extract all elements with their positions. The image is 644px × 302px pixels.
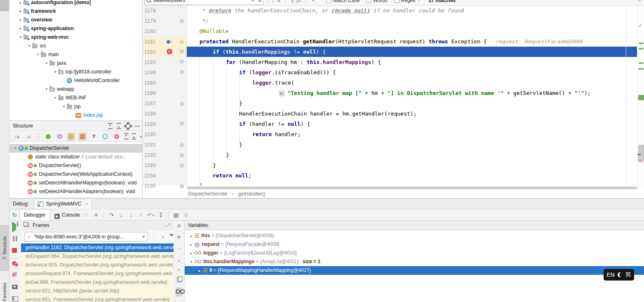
variable-row[interactable]: ▸this = {DispatcherServlet@4008} — [185, 231, 644, 240]
variable-row[interactable]: ▾this.handlerMappings = {ArrayList@4011}… — [185, 257, 644, 266]
vertical-scrollbar-thumb[interactable] — [638, 145, 644, 160]
code-line[interactable]: o:"Testing handler map [" + hm + "] in D… — [187, 88, 637, 98]
hide-frames-filter-icon[interactable] — [169, 234, 174, 238]
code-area[interactable]: * @return the handlerExecutionChain, or … — [187, 5, 637, 186]
fold-marker-icon[interactable] — [180, 70, 184, 75]
search-input[interactable]: viewResolvers ↵ ⊗ — [144, 0, 264, 5]
structure-item[interactable]: =static class initializer // Load defaul… — [9, 153, 142, 161]
code-line[interactable]: @Nullable — [187, 26, 637, 36]
ime-indicator[interactable]: EN 简 — [604, 269, 634, 281]
code-line[interactable]: logger.trace( — [187, 78, 637, 88]
gutter-cell[interactable]: 1193 — [143, 160, 187, 170]
code-line[interactable]: } — [187, 98, 637, 109]
gutter-cell[interactable]: 1189 — [143, 119, 187, 129]
show-watches-icon[interactable] — [176, 288, 182, 297]
fold-marker-icon[interactable] — [180, 184, 184, 188]
gutter-cell[interactable]: 1192 — [143, 150, 187, 160]
variables-menu-icon[interactable]: ≡ — [176, 222, 182, 229]
stack-frame[interactable]: service:851, FrameworkServlet (org.sprin… — [21, 295, 174, 302]
horizontal-scrollbar[interactable] — [187, 186, 637, 190]
pin-icon[interactable]: →* — [163, 221, 170, 230]
project-tree-item[interactable]: CHelloWorldController — [9, 76, 142, 85]
prev-frame-icon[interactable]: ↑ — [153, 233, 156, 239]
stack-frame[interactable]: doGet:866, FrameworkServlet (org.springf… — [21, 278, 174, 287]
expand-all-icon[interactable] — [108, 123, 113, 129]
structure-item[interactable]: mDispatcherServlet(WebApplicationContext… — [9, 170, 142, 179]
search-filter-icon[interactable] — [311, 0, 315, 3]
prev-occurrence-icon[interactable]: ↑ — [266, 0, 269, 3]
code-line[interactable]: for (HandlerMapping hm : this.handlerMap… — [187, 57, 637, 67]
fold-marker-icon[interactable] — [180, 122, 184, 126]
close-search-icon[interactable]: × — [638, 0, 641, 3]
override-marker-icon[interactable] — [167, 38, 170, 44]
restore-layout-icon[interactable] — [12, 295, 19, 302]
show-non-public-icon[interactable]: 🔒 — [78, 132, 87, 141]
code-line[interactable]: return null; — [187, 170, 637, 181]
stripe-mark[interactable] — [639, 62, 644, 64]
stack-frame[interactable]: getHandler:1182, DispatcherServlet (org.… — [21, 243, 174, 252]
search-option[interactable]: Regex — [394, 0, 416, 3]
gear-icon[interactable] — [125, 123, 131, 129]
duplicate-watch-icon[interactable] — [176, 277, 182, 283]
gutter-cell[interactable]: 1194 — [143, 170, 187, 181]
code-line[interactable]: return handler; — [187, 129, 637, 139]
project-tree-item[interactable]: ▸spring-application — [9, 24, 142, 33]
fold-marker-icon[interactable] — [180, 153, 184, 157]
stripe-mark[interactable] — [639, 48, 644, 50]
code-line[interactable]: } — [187, 139, 637, 150]
project-tree-item[interactable]: JSPindex.jsp — [9, 111, 142, 120]
more-options-icon[interactable]: » — [139, 134, 142, 139]
collapse-all-icon[interactable] — [132, 133, 136, 139]
mute-breakpoints-icon[interactable] — [12, 271, 19, 278]
next-occurrence-icon[interactable]: ↓ — [272, 0, 275, 3]
stack-frame[interactable]: processRequest:974, FrameworkServlet (or… — [21, 269, 174, 278]
project-tree-item[interactable]: ▾main — [9, 50, 142, 59]
breadcrumb-class[interactable]: DispatcherServlet — [188, 191, 227, 197]
run-to-cursor-icon[interactable]: ↧ — [156, 212, 166, 218]
gutter-cell[interactable]: 1184 — [143, 67, 187, 78]
project-tree-item[interactable]: ▾webapp — [9, 85, 142, 94]
code-line[interactable]: if (this.handlerMappings != null) { — [187, 47, 637, 57]
select-all-occurrences-icon[interactable]: ∥ — [291, 0, 294, 3]
expand-all-icon[interactable] — [124, 133, 129, 139]
gutter-cell[interactable]: 1186 — [143, 88, 187, 98]
fold-marker-icon[interactable] — [180, 163, 184, 168]
gutter-cell[interactable]: 1190 — [143, 129, 187, 139]
hide-panel-icon[interactable]: — — [135, 121, 140, 131]
code-line[interactable]: * @return the handlerExecutionChain, or … — [187, 5, 637, 16]
variable-row[interactable]: ▸prequest = {RequestFacade@4009} — [185, 240, 644, 249]
add-watch-icon[interactable]: + — [176, 234, 182, 241]
clear-search-icon[interactable]: ⊗ — [258, 0, 262, 3]
regex-help-icon[interactable]: ? — [418, 0, 421, 3]
step-into-icon[interactable]: ↓ — [116, 212, 126, 218]
show-parameters-icon[interactable]: p — [56, 132, 64, 141]
force-step-into-icon[interactable]: ↓ — [126, 212, 136, 218]
show-fields-icon[interactable]: f — [67, 132, 75, 141]
gutter-cell[interactable]: 1179 — [143, 16, 187, 26]
pause-icon[interactable] — [12, 236, 19, 242]
stack-frame[interactable]: doDispatch:964, DispatcherServlet (org.s… — [21, 252, 174, 261]
rerun-icon[interactable]: ↻ — [9, 212, 19, 218]
breadcrumb-method[interactable]: getHandler() — [238, 191, 266, 197]
project-tree-item[interactable]: ▾java — [9, 59, 142, 68]
evaluate-expression-icon[interactable]: ▦ — [171, 212, 181, 218]
code-line[interactable]: } — [187, 150, 637, 160]
fold-marker-icon[interactable] — [180, 50, 184, 54]
structure-item[interactable]: mDispatcherServlet() — [9, 161, 142, 170]
stripe-mark[interactable] — [638, 95, 644, 100]
code-line[interactable]: */ — [187, 16, 637, 26]
project-tree-item[interactable]: ▾spring-web-mvc — [9, 33, 142, 42]
settings-icon[interactable]: ≋ — [181, 212, 191, 218]
show-properties-icon[interactable]: ↑ — [44, 132, 52, 141]
project-tree-item[interactable]: ▸overview — [9, 16, 142, 24]
resume-icon[interactable] — [12, 224, 19, 231]
toolwindow-button-favorites[interactable]: Favorites — [0, 273, 9, 302]
step-out-icon[interactable]: ↑ — [136, 212, 146, 218]
next-frame-icon[interactable]: ↓ — [162, 233, 165, 239]
show-inherited-icon[interactable]: Y — [90, 132, 98, 141]
code-line[interactable]: } — [187, 181, 637, 186]
step-over-icon[interactable]: ↷ — [106, 212, 116, 218]
layout-menu-icon[interactable]: ≡ — [91, 212, 101, 218]
tab-console[interactable]: ▶Console →* — [50, 210, 91, 220]
gutter-cell[interactable]: 1180 — [143, 26, 187, 36]
